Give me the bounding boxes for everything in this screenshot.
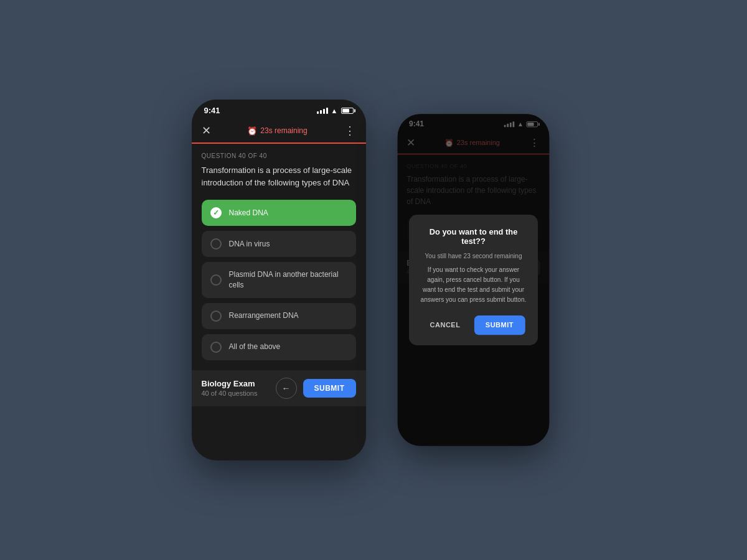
- battery-icon-primary: [341, 108, 354, 114]
- option-text-4: Rearrangement DNA: [229, 310, 299, 321]
- option-radio-2: [210, 238, 222, 250]
- question-text-primary: Transformation is a process of large-sca…: [202, 164, 356, 189]
- status-bar-primary: 9:41 ▲: [192, 100, 366, 119]
- wifi-icon-primary: ▲: [331, 107, 338, 114]
- dialog-time-remaining: You still have 23 second remaining: [420, 251, 526, 261]
- confirmation-dialog: Do you want to end the test?? You still …: [409, 215, 538, 345]
- option-radio-4: [210, 310, 222, 322]
- option-radio-1: ✓: [210, 207, 222, 218]
- clock-icon-primary: ⏰: [247, 126, 257, 136]
- dialog-cancel-button[interactable]: CANCEL: [421, 315, 468, 335]
- option-naked-dna[interactable]: ✓ Naked DNA: [202, 200, 356, 226]
- phone-primary: 9:41 ▲ ✕ ⏰ 23s remaining ⋮: [192, 100, 366, 460]
- timer-area-primary: ⏰ 23s remaining: [247, 126, 307, 136]
- checkmark-icon-1: ✓: [213, 208, 219, 217]
- options-area-primary: ✓ Naked DNA DNA in virus Plasmid DNA in …: [192, 195, 366, 370]
- option-rearrangement-dna[interactable]: Rearrangement DNA: [202, 303, 356, 329]
- phone-secondary: 9:41 ▲ ✕ ⏰ 23s remaining ⋮: [397, 114, 549, 446]
- option-plasmid-dna[interactable]: Plasmid DNA in another bacterial cells: [202, 262, 356, 298]
- submit-button-primary[interactable]: SUBMIT: [303, 379, 356, 398]
- scene: 9:41 ▲ ✕ ⏰ 23s remaining ⋮: [192, 100, 556, 460]
- dialog-title: Do you want to end the test??: [420, 227, 526, 245]
- status-time-primary: 9:41: [204, 106, 220, 115]
- timer-text-primary: 23s remaining: [260, 126, 307, 135]
- option-dna-virus[interactable]: DNA in virus: [202, 231, 356, 257]
- status-icons-primary: ▲: [317, 107, 354, 114]
- option-text-3: Plasmid DNA in another bacterial cells: [229, 269, 347, 291]
- option-all-above-primary[interactable]: All of the above: [202, 334, 356, 360]
- option-radio-3: [210, 274, 222, 286]
- close-button-primary[interactable]: ✕: [202, 124, 211, 138]
- top-nav-primary: ✕ ⏰ 23s remaining ⋮: [192, 119, 366, 142]
- dialog-overlay: Do you want to end the test?? You still …: [397, 114, 549, 446]
- dialog-buttons: CANCEL SUBMIT: [420, 315, 526, 335]
- exam-info-primary: Biology Exam 40 of 40 questions: [202, 379, 258, 397]
- dialog-body: If you want to check your answer again, …: [420, 265, 526, 306]
- option-text-5: All of the above: [229, 342, 281, 352]
- bottom-bar-primary: Biology Exam 40 of 40 questions ← SUBMIT: [192, 370, 366, 406]
- exam-title-primary: Biology Exam: [202, 379, 258, 388]
- back-icon-primary: ←: [282, 383, 291, 393]
- option-text-1: Naked DNA: [229, 208, 268, 218]
- more-button-primary[interactable]: ⋮: [344, 124, 356, 138]
- option-radio-5: [210, 342, 222, 353]
- exam-subtitle-primary: 40 of 40 questions: [202, 390, 258, 397]
- signal-icon-primary: [317, 108, 328, 114]
- nav-buttons-primary: ← SUBMIT: [276, 378, 356, 399]
- back-button-primary[interactable]: ←: [276, 378, 297, 399]
- question-area-primary: QUESTION 40 OF 40 Transformation is a pr…: [192, 144, 366, 195]
- dialog-submit-button[interactable]: SUBMIT: [474, 315, 525, 335]
- option-text-2: DNA in virus: [229, 239, 270, 250]
- question-label-primary: QUESTION 40 OF 40: [202, 152, 356, 159]
